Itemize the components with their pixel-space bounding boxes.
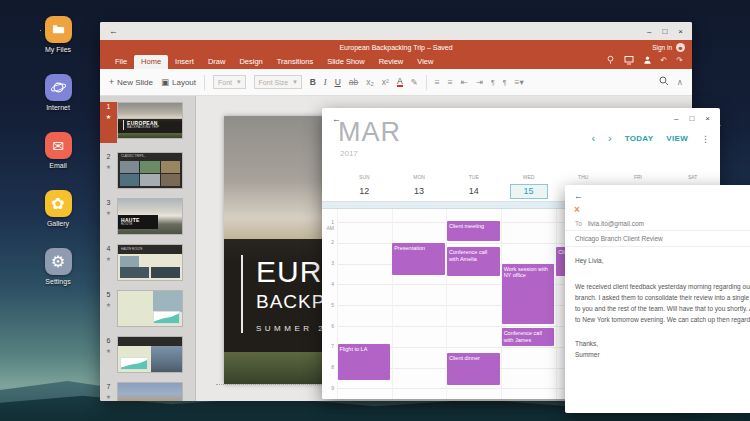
body-signoff: Thanks, <box>575 338 750 349</box>
paragraph-button[interactable]: ¶ <box>491 79 495 86</box>
maximize-button[interactable]: □ <box>662 27 667 36</box>
undo-icon[interactable]: ↶ <box>661 56 668 65</box>
desktop-icon-my-files[interactable]: My Files <box>40 16 76 53</box>
align-options-button[interactable]: ≡▾ <box>514 77 523 87</box>
to-value[interactable]: livia.ito@gmail.com <box>588 220 644 227</box>
calendar-event[interactable]: Work session with NY office <box>502 264 555 324</box>
tab-insert[interactable]: Insert <box>168 55 201 69</box>
email-body[interactable]: Hey Livia, We received client feedback y… <box>575 255 750 360</box>
tab-review[interactable]: Review <box>372 55 411 69</box>
envelope-icon: ✉ <box>45 132 72 159</box>
minimize-button[interactable]: – <box>674 114 678 123</box>
indent-decrease-button[interactable]: ⇤ <box>461 77 468 87</box>
to-field[interactable]: To livia.ito@gmail.com <box>565 216 750 231</box>
tab-slide-show[interactable]: Slide Show <box>320 55 372 69</box>
slide-number: 5 <box>100 291 117 298</box>
day-cell-tue[interactable]: TUE14 <box>446 172 501 202</box>
text-direction-button[interactable]: ¶ <box>503 79 507 86</box>
thumb-subtitle: ROUTE <box>121 223 155 227</box>
tab-file[interactable]: File <box>108 55 134 69</box>
calendar-event[interactable]: Conference call with Amelia <box>447 247 500 276</box>
strikethrough-button[interactable]: ab <box>349 77 358 87</box>
calendar-event[interactable]: Presentation <box>392 243 445 275</box>
calendar-event[interactable]: Client dinner <box>447 353 500 385</box>
search-icon[interactable] <box>659 76 669 88</box>
font-color-button[interactable]: A <box>397 77 403 88</box>
italic-button[interactable]: I <box>324 77 327 87</box>
layout-icon: ▣ <box>161 77 169 87</box>
new-slide-button[interactable]: +New Slide <box>109 77 153 87</box>
desktop-icon-email[interactable]: ✉ Email <box>40 132 76 169</box>
animation-star-icon: ★ <box>100 347 117 354</box>
calendar-event[interactable]: Conference call with James <box>502 328 555 346</box>
day-cell-wed-selected[interactable]: WED15 <box>501 172 556 202</box>
today-button[interactable]: TODAY <box>625 134 654 143</box>
thumb-title: CLASSIC TRIPS... <box>121 155 146 159</box>
tab-draw[interactable]: Draw <box>201 55 233 69</box>
slide-thumbnail-5[interactable]: 5★ <box>100 290 195 327</box>
close-button[interactable]: × <box>705 114 710 123</box>
close-button[interactable]: × <box>678 27 683 36</box>
desktop-icon-internet[interactable]: Internet <box>40 74 76 111</box>
superscript-button[interactable]: x² <box>382 77 389 87</box>
thumb-title: HAUTE ROUTE <box>118 245 182 254</box>
indent-increase-button[interactable]: ⇥ <box>476 77 483 87</box>
animation-star-icon: ★ <box>100 255 117 262</box>
slide-thumbnail-7[interactable]: 7★ MOUNTETNA <box>100 382 195 401</box>
slide-thumbnail-1[interactable]: 1★ EUROPEANBACKPACKING TRIP <box>100 102 195 143</box>
hour-label: 3 <box>322 261 334 266</box>
collapse-ribbon-button[interactable]: ∧ <box>677 77 683 87</box>
bold-button[interactable]: B <box>310 77 316 87</box>
tab-home[interactable]: Home <box>134 55 168 69</box>
more-menu-icon[interactable]: ⋮ <box>701 134 710 144</box>
maximize-button[interactable]: □ <box>689 114 694 123</box>
underline-button[interactable]: U <box>335 77 341 87</box>
slide-thumbnail-4[interactable]: 4★ HAUTE ROUTE <box>100 244 195 281</box>
desktop-icon-label: Email <box>49 162 67 169</box>
gear-icon: ⚙ <box>45 248 72 275</box>
subscript-button[interactable]: x₂ <box>366 77 374 87</box>
layout-button[interactable]: ▣Layout <box>161 77 196 87</box>
tab-transitions[interactable]: Transitions <box>270 55 320 69</box>
desktop-icon-gallery[interactable]: ✿ Gallery <box>40 190 76 227</box>
day-cell-mon[interactable]: MON13 <box>392 172 447 202</box>
prev-week-button[interactable]: ‹ <box>591 133 595 144</box>
redo-icon[interactable]: ↷ <box>676 56 683 65</box>
tab-design[interactable]: Design <box>232 55 269 69</box>
animation-star-icon: ★ <box>100 163 117 170</box>
tab-view[interactable]: View <box>410 55 440 69</box>
slide-thumbnail-6[interactable]: 6★ <box>100 336 195 373</box>
highlighter-button[interactable]: ✎ <box>411 77 418 87</box>
slide-thumbnail-3[interactable]: 3★ HAUTEROUTE <box>100 198 195 235</box>
email-compose-window: ← × To livia.ito@gmail.com Chicago Branc… <box>565 185 750 413</box>
hour-label: 8 <box>322 365 334 370</box>
body-signature: Summer <box>575 349 750 360</box>
back-icon[interactable]: ← <box>109 26 118 36</box>
hour-label: 1 <box>322 220 334 225</box>
minimize-button[interactable]: – <box>647 27 651 36</box>
slide-thumbnail-2[interactable]: 2★ CLASSIC TRIPS... <box>100 152 195 189</box>
desktop-icons: My Files Internet ✉ Email ✿ Gallery ⚙ Se… <box>40 16 76 306</box>
view-button[interactable]: VIEW <box>666 134 688 143</box>
desktop-icon-settings[interactable]: ⚙ Settings <box>40 248 76 285</box>
discard-icon[interactable]: × <box>574 204 580 215</box>
animation-star-icon: ★ <box>100 113 117 120</box>
calendar-event[interactable]: Client meeting <box>447 221 500 241</box>
body-line: to you and the rest of the team. Will ha… <box>575 303 750 314</box>
subject-field[interactable]: Chicago Branch Client Review <box>565 231 750 247</box>
subject-value[interactable]: Chicago Branch Client Review <box>575 235 663 242</box>
next-week-button[interactable]: › <box>608 133 612 144</box>
font-size-dropdown[interactable]: Font Size▾ <box>254 75 302 89</box>
day-cell-sun[interactable]: SUN12 <box>337 172 392 202</box>
slide-number: 6 <box>100 337 117 344</box>
hour-label: 7 <box>322 344 334 349</box>
back-icon[interactable]: ← <box>574 191 583 201</box>
numbered-list-button[interactable]: ≡ <box>448 77 453 87</box>
bullet-list-button[interactable]: ≡ <box>435 77 440 87</box>
powerpoint-titlebar: ← – □ × <box>100 22 692 40</box>
body-greeting: Hey Livia, <box>575 255 750 266</box>
calendar-event[interactable]: Flight to LA <box>338 344 391 380</box>
column-gridline <box>392 209 393 399</box>
folder-icon <box>45 16 72 43</box>
font-dropdown[interactable]: Font▾ <box>213 75 246 89</box>
